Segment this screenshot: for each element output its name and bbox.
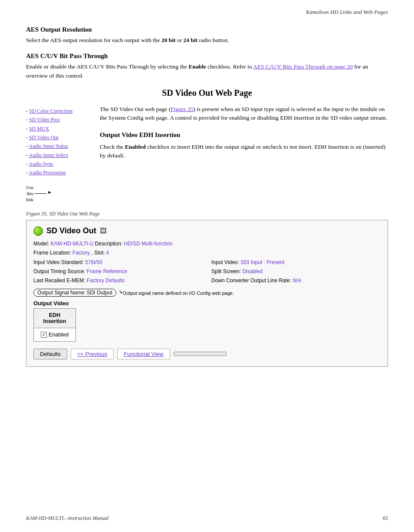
defaults-button[interactable]: Defaults	[33, 349, 67, 359]
sd-video-out-heading: SD Video Out Web Page	[26, 88, 388, 98]
description-label: Description:	[95, 241, 122, 247]
edh-checkbox-label: Enabled	[49, 332, 69, 338]
footer-left: KAM-HD-MULTI—Instruction Manual	[26, 515, 108, 522]
sidebar-link-list: SD Color Correction SD Video Proc SD MUX…	[26, 107, 100, 177]
sidebar-item-audio-input-status[interactable]: Audio Input Status	[29, 143, 68, 149]
description-value: HD/SD Multi-function	[124, 241, 173, 247]
input-video-std-label: Input Video Standard:	[33, 259, 84, 265]
aes-cuv-text: Enable or disable the AES C/U/V Bits Pas…	[26, 62, 388, 80]
frame-location-sep: , Slot:	[91, 250, 105, 256]
input-video-std-value: 576i/50	[85, 259, 102, 265]
output-video-edh-text: Check the Enabled checkbox to insert EDH…	[100, 143, 388, 160]
previous-button[interactable]: << Previous	[71, 349, 114, 359]
signal-name-note: Output signal name defined on I/O Config…	[123, 290, 234, 296]
sidebar-item-sd-video-proc[interactable]: SD Video Proc	[29, 117, 60, 123]
down-converter-label: Down Converter Output Line Rate:	[211, 277, 291, 284]
status-green-circle	[33, 226, 43, 236]
figure-label: Figure 35. SD Video Out Web Page	[26, 211, 388, 217]
output-video-section: Output Video EDHInsertion ✓ Enabled	[33, 300, 381, 342]
aes-output-resolution-heading: AES Output Resolution	[26, 26, 388, 33]
aes-output-resolution-text: Select the AES output resolution for eac…	[26, 36, 388, 45]
signal-name-oval[interactable]: Output Signal Name: SDI Output	[33, 289, 116, 297]
output-video-edh-heading: Output Video EDH Insertion	[100, 130, 388, 140]
input-video-label: Input Video:	[211, 259, 239, 265]
frame-location-slot: 4	[106, 250, 109, 256]
sidebar-item-sd-video-out[interactable]: SD Video Out	[29, 134, 59, 140]
sidebar-item-audio-input-select[interactable]: Audio Input Select	[29, 152, 68, 158]
webui-title: SD Video Out	[46, 226, 96, 235]
page-footer: KAM-HD-MULTI—Instruction Manual 65	[26, 515, 388, 522]
frame-location-label: Frame Location:	[33, 250, 71, 256]
split-screen-value: Disabled	[242, 268, 263, 274]
output-video-heading: Output Video	[33, 300, 381, 307]
signal-name-value: SDI Output	[86, 290, 112, 296]
model-label: Model:	[33, 241, 49, 247]
webui-mockup: SD Video Out 🖼 Model: KAM-HD-MULTI-U Des…	[26, 220, 388, 367]
sidebar-links: SD Color Correction SD Video Proc SD MUX…	[26, 105, 100, 203]
functional-view-button[interactable]: Functional View	[117, 349, 170, 359]
sd-video-out-body: The SD Video Out web page (Figure 35) is…	[100, 105, 388, 123]
sidebar-item-sd-mux[interactable]: SD MUX	[29, 126, 49, 132]
signal-name-label: Output Signal Name:	[37, 290, 85, 296]
main-content-col: The SD Video Out web page (Figure 35) is…	[100, 105, 388, 203]
model-value: KAM-HD-MULTI-U	[50, 241, 93, 247]
last-recalled-label: Last Recalled E-MEM:	[33, 277, 85, 284]
figure35-link[interactable]: Figure 35	[171, 106, 193, 112]
aes-cuv-link[interactable]: AES C/U/V Bits Pass Through on page 20	[253, 63, 352, 70]
empty-button-area	[174, 352, 227, 356]
monitor-icon: 🖼	[100, 227, 107, 235]
page-header: Kameleon HD Links and Web Pages	[26, 9, 388, 16]
edh-checkbox-cell[interactable]: ✓ Enabled	[34, 328, 76, 341]
signal-name-row: Output Signal Name: SDI Output ↳ Output …	[33, 289, 381, 297]
edh-checkbox[interactable]: ✓	[41, 332, 47, 338]
aes-cuv-heading: AES C/U/V Bit Pass Through	[26, 52, 388, 60]
output-timing-value: Frame Reference	[87, 268, 127, 274]
last-recalled-value: Factory Defaults	[87, 277, 125, 284]
info-grid: Model: KAM-HD-MULTI-U Description: HD/SD…	[33, 239, 381, 285]
input-video-value: SDI Input : Present	[240, 259, 284, 265]
sidebar-item-sd-color-correction[interactable]: SD Color Correction	[29, 108, 72, 114]
edh-col-header: EDHInsertion	[34, 308, 76, 328]
sidebar-item-audio-processing[interactable]: Audio Processing	[29, 170, 66, 176]
button-row: Defaults << Previous Functional View	[33, 349, 381, 359]
edh-table: EDHInsertion ✓ Enabled	[33, 308, 76, 342]
use-this-link-label: Usethislink	[26, 179, 34, 203]
split-screen-label: Split Screen:	[211, 268, 241, 274]
footer-right: 65	[383, 515, 388, 522]
output-timing-label: Output Timing Source:	[33, 268, 85, 274]
frame-location-value: Factory	[72, 250, 90, 256]
down-converter-value: N/A	[292, 277, 301, 284]
sidebar-item-audio-sync[interactable]: Audio Sync	[29, 161, 53, 167]
